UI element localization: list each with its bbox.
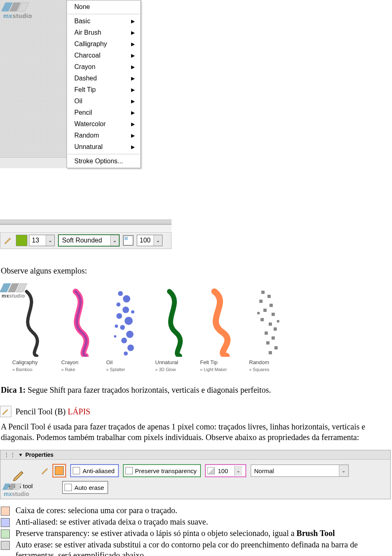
properties-legend: Caixa de cores: seleciona uma cor para o…: [1, 505, 392, 556]
preserve-transparency-toggle[interactable]: Preserve transparency: [123, 464, 201, 477]
opacity-chip[interactable]: 100 ⌄: [205, 464, 246, 477]
svg-rect-15: [267, 295, 271, 298]
anti-aliased-toggle[interactable]: Anti-aliased: [70, 464, 118, 477]
menu-item-unnatural[interactable]: Unnatural▶: [67, 141, 140, 153]
submenu-arrow-icon: ▶: [131, 76, 135, 81]
auto-erase-toggle[interactable]: Auto erase: [62, 481, 108, 494]
submenu-arrow-icon: ▶: [131, 98, 135, 104]
submenu-arrow-icon: ▶: [131, 64, 135, 70]
chevron-down-icon[interactable]: ⌄: [234, 466, 242, 476]
brush-category-menu: NoneBasic▶Air Brush▶Calligraphy▶Charcoal…: [67, 0, 141, 168]
submenu-arrow-icon: ▶: [131, 133, 135, 138]
menu-item-label: Stroke Options...: [74, 158, 123, 165]
menu-item-felt-tip[interactable]: Felt Tip▶: [67, 84, 140, 96]
menu-item-oil[interactable]: Oil▶: [67, 96, 140, 107]
brush-menu-screenshot: mxstudio ⏮ NoneBasic▶Air Brush▶Calligrap…: [0, 0, 172, 212]
tip-1-label: Dica 1:: [1, 385, 26, 394]
properties-panel: ⋮⋮ ▼ Properties Pencil tool Anti-aliased…: [0, 450, 391, 499]
svg-point-6: [120, 325, 125, 330]
chevron-down-icon[interactable]: ⌄: [46, 235, 54, 246]
svg-point-12: [131, 310, 134, 314]
svg-rect-14: [261, 291, 265, 294]
pencil-small-icon: [41, 466, 50, 475]
opacity-spinner[interactable]: 100 ⌄: [137, 235, 163, 246]
menu-item-pencil[interactable]: Pencil▶: [67, 107, 140, 118]
menu-item-basic[interactable]: Basic▶: [67, 16, 140, 27]
texture-swatch[interactable]: [123, 235, 134, 246]
svg-point-7: [126, 331, 134, 338]
pencil-red-label: LÁPIS: [68, 407, 91, 416]
legend-item-autoerase: Auto erase: se estiver ativada substitui…: [1, 539, 392, 556]
svg-rect-29: [277, 320, 279, 322]
menu-item-stroke-options-[interactable]: Stroke Options...: [67, 156, 140, 167]
chevron-down-icon[interactable]: ⌄: [154, 235, 162, 246]
legend-text-autoerase: Auto erase: se estiver ativada substitui…: [16, 539, 392, 556]
svg-rect-24: [272, 336, 275, 340]
svg-point-10: [124, 351, 128, 356]
color-swatch-green[interactable]: [16, 235, 27, 246]
svg-point-8: [121, 338, 127, 343]
svg-point-5: [125, 317, 133, 325]
brush-size-spinner[interactable]: 13 ⌄: [29, 235, 55, 246]
color-swatch-chip[interactable]: [52, 464, 66, 478]
menu-item-label: Felt Tip: [74, 86, 96, 93]
menu-item-random[interactable]: Random▶: [67, 130, 140, 141]
opacity-icon: [207, 467, 215, 474]
menu-item-label: Pencil: [74, 109, 92, 116]
example-crayon: Crayon» Rake: [61, 287, 102, 373]
svg-point-11: [115, 325, 118, 328]
blend-mode-dropdown[interactable]: Normal ⌄: [251, 465, 349, 477]
properties-header[interactable]: ⋮⋮ ▼ Properties: [0, 450, 390, 460]
brush-name-value: Soft Rounded: [59, 237, 110, 244]
menu-item-label: Random: [74, 132, 99, 139]
menu-separator: [68, 154, 140, 154]
legend-item-antialiased: Anti-aliased: se estiver ativada deixa o…: [1, 516, 392, 527]
panel-divider-sub: [0, 225, 172, 231]
submenu-arrow-icon: ▶: [131, 144, 135, 150]
menu-item-label: Basic: [74, 18, 90, 25]
example-caligraphy: Caligraphy» Bamboo: [12, 287, 53, 373]
pencil-tool-heading: Pencil Tool (B) LÁPIS: [0, 406, 392, 417]
pencil-icon[interactable]: [2, 234, 14, 247]
svg-rect-18: [263, 309, 267, 312]
menu-item-watercolor[interactable]: Watercolor▶: [67, 118, 140, 130]
menu-item-label: Dashed: [74, 75, 97, 82]
legend-item-preserve: Preserve transparency: se estiver ativad…: [1, 528, 392, 538]
submenu-arrow-icon: ▶: [131, 18, 135, 24]
chevron-down-icon[interactable]: ⌄: [339, 465, 348, 476]
mxstudio-logo: mxstudio: [3, 2, 32, 19]
svg-point-9: [127, 345, 134, 351]
grip-icon[interactable]: ⋮⋮: [4, 451, 16, 458]
checkbox-icon: [125, 467, 133, 474]
legend-item-colorbox: Caixa de cores: seleciona uma cor para o…: [1, 505, 392, 516]
menu-item-calligraphy[interactable]: Calligraphy▶: [67, 38, 140, 50]
brush-name-dropdown[interactable]: Soft Rounded ⌄: [58, 234, 120, 247]
svg-rect-17: [270, 304, 273, 307]
svg-rect-21: [269, 322, 272, 326]
brush-toolbar: 13 ⌄ Soft Rounded ⌄ 100 ⌄: [0, 232, 172, 249]
svg-point-1: [123, 295, 130, 302]
menu-item-label: Unnatural: [74, 143, 102, 151]
checkbox-icon: [73, 467, 80, 474]
collapse-triangle-icon[interactable]: ▼: [18, 452, 23, 457]
menu-item-charcoal[interactable]: Charcoal▶: [67, 50, 140, 61]
brush-examples: mxstudio Caligraphy» Bamboo Crayon» Rake…: [0, 283, 298, 377]
menu-item-label: None: [74, 3, 90, 11]
menu-item-air-brush[interactable]: Air Brush▶: [67, 27, 140, 38]
menu-item-crayon[interactable]: Crayon▶: [67, 61, 140, 73]
submenu-arrow-icon: ▶: [131, 53, 135, 58]
legend-text-preserve: Preserve transparency: se estiver ativad…: [16, 528, 392, 538]
pencil-tool-icon: [0, 406, 11, 417]
auto-erase-label: Auto erase: [74, 484, 104, 491]
opacity-value: 100: [216, 467, 234, 474]
menu-item-dashed[interactable]: Dashed▶: [67, 73, 140, 84]
menu-item-label: Watercolor: [74, 120, 106, 128]
legend-swatch-green: [1, 529, 10, 538]
blend-mode-value: Normal: [254, 467, 274, 474]
pencil-tool-paragraph: A Pencil Tool é usada para fazer traçado…: [1, 421, 389, 443]
preserve-transparency-label: Preserve transparency: [135, 467, 197, 474]
svg-rect-26: [274, 346, 278, 349]
chevron-down-icon[interactable]: ⌄: [110, 235, 119, 246]
svg-point-4: [116, 313, 122, 319]
menu-item-none[interactable]: None: [67, 1, 140, 13]
